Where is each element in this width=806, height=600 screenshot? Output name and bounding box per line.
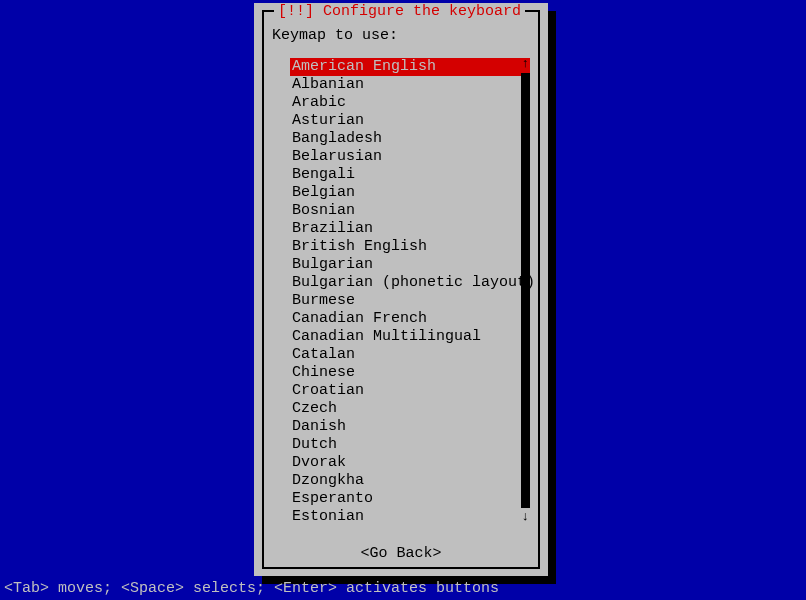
list-item[interactable]: British English bbox=[290, 238, 530, 256]
list-item[interactable]: Asturian bbox=[290, 112, 530, 130]
dialog: [!!] Configure the keyboard Keymap to us… bbox=[254, 3, 548, 576]
list-item[interactable]: Bosnian bbox=[290, 202, 530, 220]
list-item[interactable]: Canadian French bbox=[290, 310, 530, 328]
keymap-list[interactable]: American EnglishAlbanianArabicAsturianBa… bbox=[290, 58, 530, 526]
scroll-track[interactable] bbox=[521, 73, 530, 508]
list-item[interactable]: Bulgarian bbox=[290, 256, 530, 274]
list-item[interactable]: Dvorak bbox=[290, 454, 530, 472]
go-back-button[interactable]: <Go Back> bbox=[272, 545, 530, 562]
prompt-label: Keymap to use: bbox=[272, 27, 530, 44]
list-item[interactable]: Estonian bbox=[290, 508, 530, 526]
list-item[interactable]: Belarusian bbox=[290, 148, 530, 166]
list-item[interactable]: Arabic bbox=[290, 94, 530, 112]
list-item[interactable]: Brazilian bbox=[290, 220, 530, 238]
list-item[interactable]: Chinese bbox=[290, 364, 530, 382]
list-item[interactable]: Burmese bbox=[290, 292, 530, 310]
list-item[interactable]: American English bbox=[290, 58, 530, 76]
status-bar: <Tab> moves; <Space> selects; <Enter> ac… bbox=[4, 580, 499, 597]
list-item[interactable]: Esperanto bbox=[290, 490, 530, 508]
list-item[interactable]: Danish bbox=[290, 418, 530, 436]
list-item[interactable]: Belgian bbox=[290, 184, 530, 202]
list-item[interactable]: Catalan bbox=[290, 346, 530, 364]
scrollbar[interactable]: ↑ ↓ bbox=[521, 57, 530, 524]
list-item[interactable]: Bangladesh bbox=[290, 130, 530, 148]
scroll-up-icon[interactable]: ↑ bbox=[522, 57, 530, 71]
scroll-down-icon[interactable]: ↓ bbox=[522, 510, 530, 524]
list-item[interactable]: Dzongkha bbox=[290, 472, 530, 490]
list-item[interactable]: Czech bbox=[290, 400, 530, 418]
list-item[interactable]: Dutch bbox=[290, 436, 530, 454]
list-item[interactable]: Croatian bbox=[290, 382, 530, 400]
list-item[interactable]: Bengali bbox=[290, 166, 530, 184]
dialog-inner: Keymap to use: American EnglishAlbanianA… bbox=[272, 27, 530, 562]
list-item[interactable]: Bulgarian (phonetic layout) bbox=[290, 274, 530, 292]
list-item[interactable]: Albanian bbox=[290, 76, 530, 94]
list-item[interactable]: Canadian Multilingual bbox=[290, 328, 530, 346]
